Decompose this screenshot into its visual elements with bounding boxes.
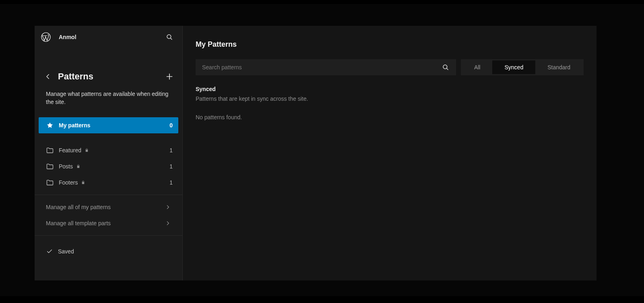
sidebar-item-posts[interactable]: Posts 1 [39,158,178,174]
lock-icon [81,180,86,185]
nav-label: My patterns [59,122,165,129]
add-pattern-button[interactable] [164,71,175,82]
nav-count: 1 [169,163,173,170]
manage-all-patterns[interactable]: Manage all of my patterns [39,199,178,215]
check-icon [46,248,53,255]
nav-count: 1 [169,147,173,154]
toolbar: All Synced Standard [196,59,584,75]
lock-icon [85,148,89,153]
main-content: My Patterns All Synced Standard Synce [183,26,597,280]
empty-state: No patterns found. [196,114,584,120]
sync-filter: All Synced Standard [461,59,584,75]
manage-label: Manage all template parts [46,220,165,226]
wordpress-logo-icon[interactable] [41,32,51,42]
sidebar-header: Anmol [35,26,182,48]
nav-count: 0 [169,122,173,129]
sidebar: Anmol Patterns [35,26,183,280]
sidebar-item-footers[interactable]: Footers 1 [39,174,178,191]
open-command-palette-icon[interactable] [163,31,176,44]
star-icon [46,121,54,129]
search-field[interactable] [196,59,456,75]
search-icon[interactable] [440,62,451,73]
site-name: Anmol [56,34,158,40]
manage-template-parts[interactable]: Manage all template parts [39,215,178,231]
saved-label: Saved [58,248,74,255]
lock-icon [76,164,81,169]
search-input[interactable] [202,64,440,71]
app-frame: Anmol Patterns [35,26,597,280]
page-title: My Patterns [196,40,584,49]
filter-standard[interactable]: Standard [535,60,582,74]
sidebar-item-my-patterns[interactable]: My patterns 0 [39,117,178,133]
sidebar-title-row: Patterns [35,68,182,85]
chevron-right-icon [165,204,171,210]
save-status: Saved [35,236,182,267]
folder-icon [46,178,54,187]
back-icon[interactable] [43,72,52,81]
chevron-right-icon [165,220,171,226]
folder-icon [46,146,54,154]
sidebar-subtitle: Manage what patterns are available when … [35,85,182,106]
nav-label: Posts [59,163,165,170]
nav-label: Featured [59,147,165,154]
manage-label: Manage all of my patterns [46,204,165,210]
nav-label: Footers [59,179,165,186]
sidebar-item-featured[interactable]: Featured 1 [39,142,178,158]
nav-count: 1 [169,179,173,186]
filter-synced[interactable]: Synced [492,60,535,74]
section-heading: Synced [196,86,584,92]
folder-icon [46,162,54,170]
sidebar-page-title: Patterns [58,71,164,82]
section-description: Patterns that are kept in sync across th… [196,95,584,102]
filter-all[interactable]: All [462,60,493,74]
